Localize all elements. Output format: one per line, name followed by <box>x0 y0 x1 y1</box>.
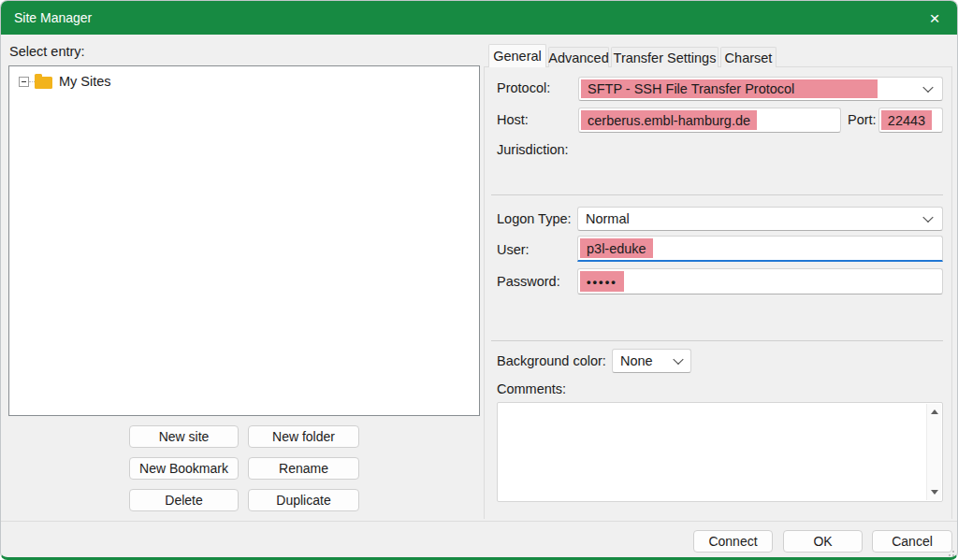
scroll-down-icon[interactable] <box>931 490 938 495</box>
chevron-down-icon <box>922 82 933 93</box>
connect-button[interactable]: Connect <box>693 530 773 553</box>
host-input[interactable]: cerberus.embl-hamburg.de <box>578 108 841 133</box>
logon-type-label: Logon Type: <box>497 211 572 226</box>
logon-type-select[interactable]: Normal <box>577 207 943 231</box>
password-label: Password: <box>497 274 560 289</box>
close-button[interactable]: × <box>916 1 953 35</box>
new-folder-button[interactable]: New folder <box>248 425 359 448</box>
window-title: Site Manager <box>14 10 92 25</box>
rename-button[interactable]: Rename <box>248 457 359 480</box>
delete-button[interactable]: Delete <box>129 489 239 511</box>
site-tree[interactable]: My Sites <box>8 65 480 416</box>
tab-advanced[interactable]: Advanced <box>548 47 609 67</box>
select-entry-label: Select entry: <box>9 44 85 59</box>
section-divider <box>491 194 943 195</box>
port-input[interactable]: 22443 <box>878 108 943 133</box>
tree-item-label: My Sites <box>59 74 111 89</box>
tab-charset[interactable]: Charset <box>720 47 777 67</box>
title-bar[interactable]: Site Manager × <box>1 1 957 35</box>
user-input[interactable]: p3l-eduke <box>577 236 943 262</box>
tab-transfer-settings[interactable]: Transfer Settings <box>611 47 718 67</box>
comments-textarea[interactable] <box>497 402 943 502</box>
new-bookmark-button[interactable]: New Bookmark <box>129 457 239 480</box>
logon-type-value: Normal <box>578 211 630 226</box>
chevron-down-icon <box>922 212 933 223</box>
host-value: cerberus.embl-hamburg.de <box>581 110 757 130</box>
tree-item-my-sites[interactable]: My Sites <box>19 74 479 89</box>
site-manager-dialog: Site Manager × Select entry: My Sites Ne… <box>0 0 958 560</box>
background-color-label: Background color: <box>497 353 606 368</box>
password-input[interactable]: ••••• <box>577 268 943 294</box>
new-site-button[interactable]: New site <box>129 425 239 448</box>
jurisdiction-label: Jurisdiction: <box>497 142 569 157</box>
minus-icon <box>22 81 26 82</box>
background-color-value: None <box>613 353 653 368</box>
port-label: Port: <box>848 112 877 127</box>
host-label: Host: <box>497 112 529 127</box>
folder-icon <box>35 77 52 89</box>
close-icon: × <box>929 9 939 27</box>
resize-grip[interactable] <box>947 549 954 556</box>
duplicate-button[interactable]: Duplicate <box>248 489 359 511</box>
comments-scrollbar[interactable] <box>926 404 941 500</box>
ok-button[interactable]: OK <box>783 530 863 553</box>
password-value: ••••• <box>580 271 624 292</box>
chevron-down-icon <box>673 354 683 365</box>
tree-collapse-toggle[interactable] <box>19 77 29 87</box>
background-color-select[interactable]: None <box>612 349 691 373</box>
cancel-button[interactable]: Cancel <box>872 530 952 553</box>
user-value: p3l-eduke <box>580 238 653 258</box>
tab-general[interactable]: General <box>488 44 546 67</box>
protocol-value: SFTP - SSH File Transfer Protocol <box>581 79 878 98</box>
user-label: User: <box>497 242 530 257</box>
port-value: 22443 <box>881 110 932 130</box>
protocol-label: Protocol: <box>497 80 550 95</box>
comments-label: Comments: <box>497 381 566 396</box>
scroll-up-icon[interactable] <box>931 409 938 414</box>
footer-divider <box>1 521 957 522</box>
section-divider <box>491 340 943 341</box>
protocol-select[interactable]: SFTP - SSH File Transfer Protocol <box>578 77 943 101</box>
